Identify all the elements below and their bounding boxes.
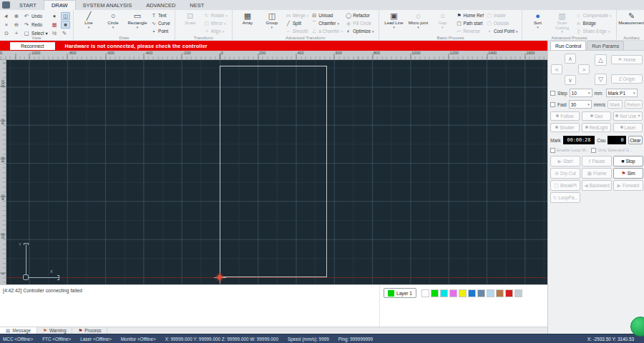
cursor-icon[interactable]: ➤: [3, 12, 12, 20]
ribbon-button-rotate[interactable]: ↻Rotate▾: [204, 12, 228, 19]
start-button[interactable]: ▶Start: [550, 156, 580, 166]
ribbon-button-bridge[interactable]: ∩Bridge: [575, 20, 611, 26]
looppa-button[interactable]: ↻LoopPa...: [550, 192, 580, 203]
tab-process[interactable]: ⚑ Process: [72, 327, 107, 334]
palette-swatch-8[interactable]: [496, 289, 504, 297]
palette-swatch-10[interactable]: [514, 289, 522, 297]
ribbon-button-smooth[interactable]: ∼Smooth: [286, 28, 308, 34]
node-edit-icon[interactable]: ×: [3, 21, 12, 29]
show-circle-icon[interactable]: ●: [51, 12, 60, 20]
jog-right-button[interactable]: >: [578, 64, 590, 74]
jog-up-button[interactable]: ∧: [565, 54, 576, 64]
ribbon-button-point[interactable]: •Point: [151, 28, 170, 34]
ribbon-tab-advanced[interactable]: ADVANCED: [139, 0, 182, 10]
clear-button[interactable]: Clear: [628, 136, 643, 144]
toggle-gas[interactable]: Gas: [582, 111, 611, 121]
ribbon-button-align[interactable]: ≡Align▾: [204, 28, 228, 34]
ribbon-button-outside[interactable]: ▢Outside: [487, 20, 518, 26]
ribbon-button-path-start[interactable]: ▢Path start: [457, 20, 484, 26]
checkbox-only-selected-g[interactable]: Only Selected G...: [591, 148, 633, 153]
frame-button[interactable]: ▣Frame: [582, 168, 612, 179]
ribbon-button-unload[interactable]: ⊟Unload: [311, 12, 343, 19]
step-value-select[interactable]: 10▾: [570, 89, 592, 97]
jog-left-button[interactable]: <: [551, 64, 562, 74]
current-layer-button[interactable]: Layer 1: [384, 288, 416, 298]
ribbon-button-reverse[interactable]: ↩Reverse: [457, 28, 484, 34]
backward-button[interactable]: ◀Backward: [582, 180, 612, 191]
palette-swatch-4[interactable]: [459, 289, 467, 297]
palette-swatch-7[interactable]: [487, 289, 494, 297]
ribbon-button-fill-circle[interactable]: ◉Fill Circle: [346, 20, 374, 26]
ribbon-button-scan-cutting[interactable]: ▥Scan Cutting▾: [550, 11, 573, 35]
ribbon-tab-draw[interactable]: DRAW: [44, 0, 76, 10]
palette-swatch-2[interactable]: [440, 289, 448, 297]
pause-button[interactable]: ‖Pause: [582, 156, 612, 166]
toggle-redlight[interactable]: RedLight: [582, 123, 611, 132]
palette-swatch-3[interactable]: [449, 289, 457, 297]
fill-square-icon[interactable]: ■: [61, 21, 70, 29]
mark-button[interactable]: Mark: [608, 100, 623, 109]
toggle-not-use[interactable]: Not Use▾: [613, 111, 643, 121]
toggle-laser[interactable]: Laser: [613, 123, 643, 132]
toggle-shutter[interactable]: Shutter: [550, 123, 580, 132]
zoom-in-icon[interactable]: ⊕: [13, 12, 22, 20]
ribbon-button-gap[interactable]: ○Gap▾: [431, 11, 454, 35]
palette-swatch-0[interactable]: [421, 289, 429, 297]
ribbon-button-array[interactable]: ▦Array: [236, 11, 259, 35]
ribbon-button-undo[interactable]: ↶Undo: [23, 12, 50, 20]
tab-run-control[interactable]: Run Control: [550, 41, 586, 50]
breakpt-button[interactable]: ▢BreakPt: [550, 180, 580, 191]
ribbon-button-home-ref[interactable]: ⚑Home Ref: [457, 12, 484, 19]
tab-warning[interactable]: ⚑ Warning: [37, 327, 72, 334]
ribbon-button-a-chamfer[interactable]: ∠a Chamfer▾: [311, 28, 343, 34]
ribbon-button-measurement[interactable]: ✎Measurement: [620, 11, 643, 35]
palette-swatch-6[interactable]: [477, 289, 485, 297]
ribbon-button-lead-line[interactable]: ▣Lead Line▾: [383, 11, 406, 35]
toggle-follow[interactable]: Follow: [550, 111, 580, 121]
ribbon-button-refactor[interactable]: ◯Refactor: [346, 12, 374, 19]
dry-cut-button[interactable]: ⊕Dry Cut: [550, 168, 580, 179]
ribbon-button-compensate[interactable]: ◇Compensate▾: [575, 12, 611, 19]
fast-value-select[interactable]: 30▾: [569, 100, 592, 109]
fast-checkbox[interactable]: [550, 102, 555, 107]
ribbon-button-split[interactable]: ╱Split: [286, 20, 308, 26]
ribbon-button-scale[interactable]: ⊡Scale: [179, 11, 202, 35]
ribbon-button-text[interactable]: TText: [151, 12, 170, 19]
ribbon-button-micro-joint[interactable]: ◌Micro joint▾: [407, 11, 430, 35]
ribbon-button-cool-point[interactable]: ◦Cool Point▾: [487, 28, 518, 34]
jog-down-button[interactable]: ∨: [565, 75, 576, 85]
forward-button[interactable]: ▶Forward: [613, 180, 643, 191]
ribbon-button-chamfer[interactable]: ⌒Chamfer▾: [311, 20, 343, 26]
palette-swatch-9[interactable]: [505, 289, 513, 297]
ribbon-button-redo[interactable]: ↷Redo: [23, 21, 50, 29]
zoom-out-icon[interactable]: ⊖: [13, 21, 22, 29]
ribbon-button-merge[interactable]: ⋈Merge▾: [286, 12, 308, 19]
tab-run-params[interactable]: Run Params: [587, 41, 624, 50]
grid-icon[interactable]: ▦: [51, 21, 60, 29]
sim-button[interactable]: ⚑Sim: [613, 168, 643, 179]
ribbon-button-rectangle[interactable]: ▭Rectangle▾: [126, 11, 149, 35]
home-button[interactable]: ⚑Home: [611, 55, 643, 64]
ribbon-button-curve[interactable]: ∿Curve: [151, 20, 170, 26]
z-up-button[interactable]: △: [595, 54, 607, 66]
ribbon-tab-start[interactable]: START: [12, 0, 44, 10]
z-down-button[interactable]: ▽: [595, 74, 607, 85]
tab-message[interactable]: ▤ Message: [0, 327, 37, 334]
step-checkbox[interactable]: [550, 91, 555, 96]
palette-swatch-1[interactable]: [431, 289, 439, 297]
ribbon-button-group[interactable]: ◫Group▾: [260, 11, 283, 35]
ribbon-button-optimize[interactable]: ◐Optimize▾: [346, 28, 374, 34]
overlap-squares-icon[interactable]: ◫: [61, 12, 70, 20]
app-icon[interactable]: [2, 1, 10, 9]
stop-button[interactable]: ■Stop: [613, 156, 643, 166]
return-button[interactable]: Return: [625, 100, 643, 109]
ribbon-button-mirror[interactable]: ◫Mirror▾: [204, 20, 228, 26]
z-origin-button[interactable]: Z Origin: [611, 74, 643, 84]
ribbon-tab-system-analysis[interactable]: SYSTEM ANALYSIS: [76, 0, 140, 10]
ribbon-tab-nest[interactable]: NEST: [182, 0, 211, 10]
drawing-canvas[interactable]: 10008006004002000 Y X: [0, 60, 547, 284]
ribbon-button-circle[interactable]: ○Circle▾: [102, 11, 125, 35]
ribbon-button-line[interactable]: ╱Line▾: [77, 11, 100, 35]
checkbox-enable-loop-m[interactable]: Enable Loop M...: [550, 148, 589, 153]
mark-position-select[interactable]: Mark P1▾: [606, 89, 638, 97]
